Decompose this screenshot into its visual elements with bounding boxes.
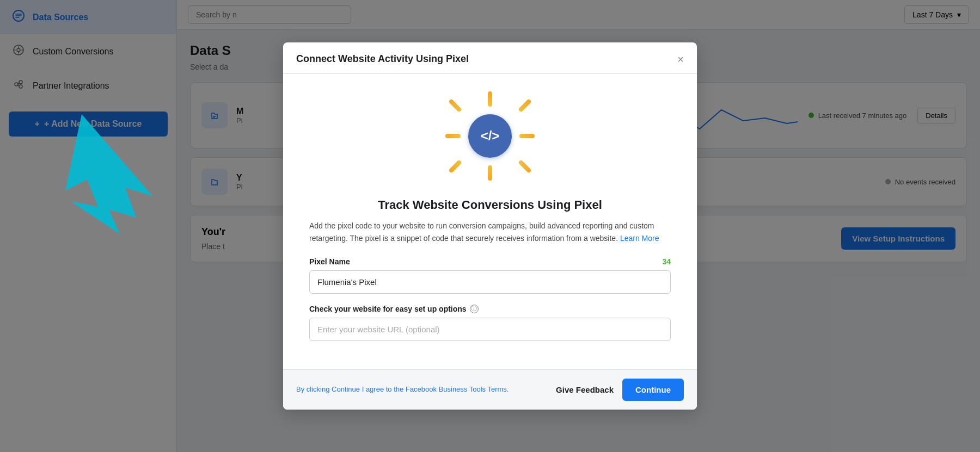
modal-close-button[interactable]: × bbox=[677, 54, 684, 65]
footer-terms: By clicking Continue I agree to the Face… bbox=[296, 385, 509, 394]
modal-body: </> Track Website Conversions Using Pixe… bbox=[283, 74, 697, 369]
ray-top-left bbox=[448, 98, 462, 112]
ray-bottom-left bbox=[448, 159, 462, 173]
ray-bottom-right bbox=[518, 159, 531, 173]
info-icon[interactable]: ⓘ bbox=[470, 305, 479, 313]
pixel-name-label-row: Pixel Name 34 bbox=[309, 257, 671, 266]
pixel-sun: </> bbox=[441, 87, 539, 185]
modal-title: Connect Website Activity Using Pixel bbox=[296, 53, 469, 65]
char-count: 34 bbox=[662, 257, 671, 266]
learn-more-link[interactable]: Learn More bbox=[620, 234, 659, 243]
pixel-illustration: </> bbox=[309, 87, 671, 185]
ray-top bbox=[488, 91, 492, 107]
ray-right bbox=[519, 134, 535, 138]
ray-top-right bbox=[518, 98, 531, 112]
modal-description: Add the pixel code to your website to ru… bbox=[309, 220, 671, 244]
pixel-code-icon: </> bbox=[481, 128, 500, 144]
modal-footer: By clicking Continue I agree to the Face… bbox=[283, 369, 697, 410]
continue-button[interactable]: Continue bbox=[622, 379, 684, 401]
footer-actions: Give Feedback Continue bbox=[556, 379, 684, 401]
modal: Connect Website Activity Using Pixel × bbox=[283, 42, 697, 410]
website-url-label: Check your website for easy set up optio… bbox=[309, 305, 467, 313]
ray-left bbox=[445, 134, 461, 138]
website-url-group: Check your website for easy set up optio… bbox=[309, 305, 671, 341]
pixel-name-group: Pixel Name 34 bbox=[309, 257, 671, 294]
pixel-center-circle: </> bbox=[468, 114, 512, 158]
modal-header: Connect Website Activity Using Pixel × bbox=[283, 42, 697, 74]
pixel-name-label: Pixel Name bbox=[309, 257, 350, 266]
website-url-input[interactable] bbox=[309, 318, 671, 341]
modal-heading: Track Website Conversions Using Pixel bbox=[309, 198, 671, 212]
give-feedback-button[interactable]: Give Feedback bbox=[556, 385, 614, 394]
modal-overlay: Connect Website Activity Using Pixel × bbox=[0, 0, 980, 452]
website-label-row: Check your website for easy set up optio… bbox=[309, 305, 671, 313]
ray-bottom bbox=[488, 165, 492, 181]
pixel-name-input[interactable] bbox=[309, 270, 671, 294]
